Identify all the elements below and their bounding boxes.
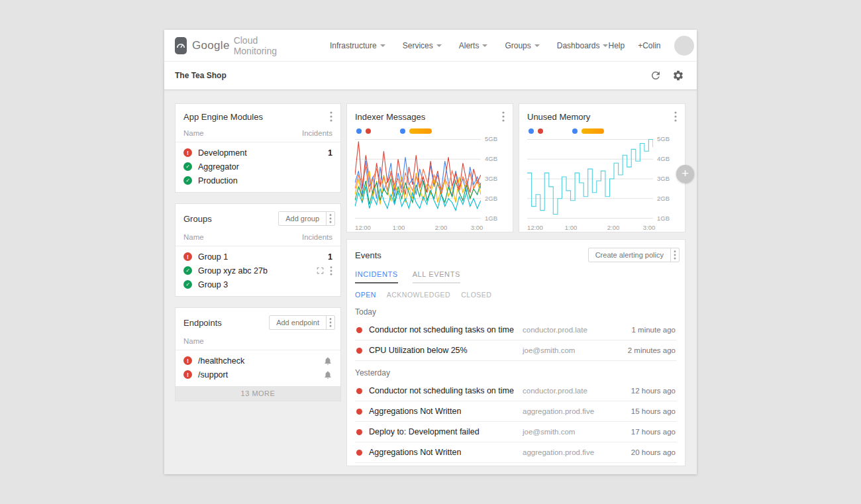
add-card-button[interactable]: +	[676, 165, 694, 183]
chevron-down-icon	[603, 44, 608, 47]
product-name: Cloud Monitoring	[234, 35, 282, 56]
show-more-button[interactable]: 13 MORE	[176, 386, 340, 401]
x-axis-labels: 12:00 1:00 2:00 3:00	[527, 224, 653, 232]
gear-icon[interactable]	[672, 69, 685, 82]
events-tabs: INCIDENTS ALL EVENTS	[347, 268, 685, 283]
error-icon	[183, 356, 192, 365]
event-title: Aggregations Not Written	[369, 407, 523, 416]
google-wordmark: Google	[192, 39, 230, 52]
charts-row: Indexer Messages 5GB 4GB 3GB 2GB 1GB	[346, 103, 685, 232]
table-row[interactable]: Group 1 1	[176, 250, 340, 264]
y-axis-labels: 5GB 4GB 3GB 2GB 1GB	[657, 136, 674, 222]
unused-memory-card: Unused Memory 5GB 4GB 3GB 2GB 1GB	[519, 103, 685, 232]
event-source: conductor.prod.late	[523, 387, 631, 395]
table-row[interactable]: Aggregator	[176, 160, 340, 174]
event-group-label: Today	[347, 300, 685, 320]
endpoints-card: Endpoints Add endpoint Name /healthcheck	[175, 307, 341, 401]
expand-icon[interactable]	[316, 266, 325, 275]
event-row[interactable]: Conductor not scheduling tasks on time c…	[355, 381, 677, 401]
event-title: Aggregations Not Written	[369, 448, 523, 457]
nav-alerts[interactable]: Alerts	[459, 41, 488, 50]
events-card: Events Create alerting policy INCIDENTS …	[346, 239, 685, 466]
kebab-menu-icon[interactable]	[327, 111, 335, 122]
column-incidents: Incidents	[302, 233, 332, 241]
tab-all-events[interactable]: ALL EVENTS	[413, 270, 460, 283]
card-title: Groups	[183, 214, 212, 224]
group-name: Group xyz abc 27b	[198, 266, 268, 276]
table-row[interactable]: Development 1	[176, 146, 340, 160]
event-row[interactable]: Aggregations Not Written aggregation.pro…	[355, 401, 677, 422]
nav-label: Services	[403, 41, 433, 50]
avatar[interactable]	[674, 36, 694, 56]
navbar-right: Help +Colin	[608, 36, 693, 56]
card-title: Indexer Messages	[355, 112, 425, 122]
ok-icon	[183, 280, 192, 289]
user-name[interactable]: +Colin	[638, 41, 660, 50]
dashboard-title: The Tea Shop	[175, 71, 227, 80]
filter-acknowledged[interactable]: ACKNOWLEDGED	[387, 291, 450, 299]
error-icon	[183, 252, 192, 261]
table-row[interactable]: Group 3	[176, 277, 340, 291]
table-header: Name Incidents	[176, 232, 340, 246]
nav-services[interactable]: Services	[403, 41, 442, 50]
kebab-menu-icon[interactable]	[326, 212, 334, 225]
app-engine-modules-card: App Engine Modules Name Incidents Develo…	[175, 103, 341, 193]
error-icon	[183, 370, 192, 379]
ok-icon	[183, 162, 192, 171]
error-icon	[183, 148, 192, 157]
incident-status-icon	[356, 409, 362, 415]
table-row[interactable]: Production	[176, 174, 340, 187]
bell-icon[interactable]	[323, 356, 332, 366]
ok-icon	[183, 176, 192, 185]
endpoint-name: /support	[198, 370, 228, 379]
right-column: Indexer Messages 5GB 4GB 3GB 2GB 1GB	[346, 103, 685, 474]
create-alerting-policy-control: Create alerting policy	[588, 248, 680, 262]
card-title: Events	[355, 250, 381, 260]
nav-groups[interactable]: Groups	[505, 41, 539, 50]
kebab-menu-icon[interactable]	[672, 111, 680, 122]
kebab-menu-icon[interactable]	[330, 266, 332, 276]
create-alerting-policy-button[interactable]: Create alerting policy	[589, 248, 670, 262]
table-row[interactable]: /support	[176, 368, 340, 381]
event-row[interactable]: Conductor not scheduling tasks on time c…	[355, 320, 677, 340]
kebab-menu-icon[interactable]	[326, 316, 334, 329]
nav-dashboards[interactable]: Dashboards	[557, 41, 609, 50]
ok-icon	[183, 266, 192, 275]
tab-incidents[interactable]: INCIDENTS	[355, 270, 398, 283]
card-title: Unused Memory	[527, 112, 590, 122]
endpoint-name: /healthcheck	[198, 356, 244, 366]
nav-label: Alerts	[459, 41, 480, 50]
add-group-button[interactable]: Add group	[279, 212, 326, 225]
column-name: Name	[183, 337, 204, 345]
event-source: joe@smith.com	[523, 428, 631, 436]
incident-status-icon	[356, 348, 362, 354]
event-row[interactable]: Deploy to: Development failed joe@smith.…	[355, 422, 677, 442]
kebab-menu-icon[interactable]	[499, 111, 507, 122]
table-row[interactable]: Group xyz abc 27b	[176, 264, 340, 277]
top-navbar: Google Cloud Monitoring Infrastructure S…	[164, 30, 697, 62]
y-axis-labels: 5GB 4GB 3GB 2GB 1GB	[485, 136, 502, 222]
nav-infrastructure[interactable]: Infrastructure	[330, 41, 385, 50]
filter-open[interactable]: OPEN	[355, 291, 376, 299]
add-endpoint-button[interactable]: Add endpoint	[270, 316, 326, 329]
card-title: Endpoints	[183, 318, 222, 328]
x-axis-labels: 12:00 1:00 2:00 3:00	[355, 224, 481, 232]
refresh-icon[interactable]	[649, 69, 662, 82]
table-header: Name Incidents	[176, 128, 340, 142]
bell-icon[interactable]	[323, 370, 332, 379]
row-actions	[316, 266, 332, 276]
filter-closed[interactable]: CLOSED	[461, 291, 491, 299]
add-group-control: Add group	[278, 211, 335, 226]
kebab-menu-icon[interactable]	[670, 248, 679, 262]
event-source: aggregation.prod.five	[523, 448, 631, 456]
event-row[interactable]: Aggregations Not Written aggregation.pro…	[355, 442, 677, 463]
group-name: Group 3	[198, 280, 228, 289]
incident-count: 1	[328, 252, 332, 262]
event-time: 1 minute ago	[632, 326, 676, 334]
unused-memory-chart	[527, 138, 653, 219]
help-link[interactable]: Help	[608, 41, 625, 50]
logo[interactable]: Google Cloud Monitoring	[175, 35, 282, 56]
left-column: App Engine Modules Name Incidents Develo…	[175, 103, 341, 474]
event-row[interactable]: CPU Utilization below 25% joe@smith.com …	[355, 340, 677, 361]
table-row[interactable]: /healthcheck	[176, 354, 340, 368]
